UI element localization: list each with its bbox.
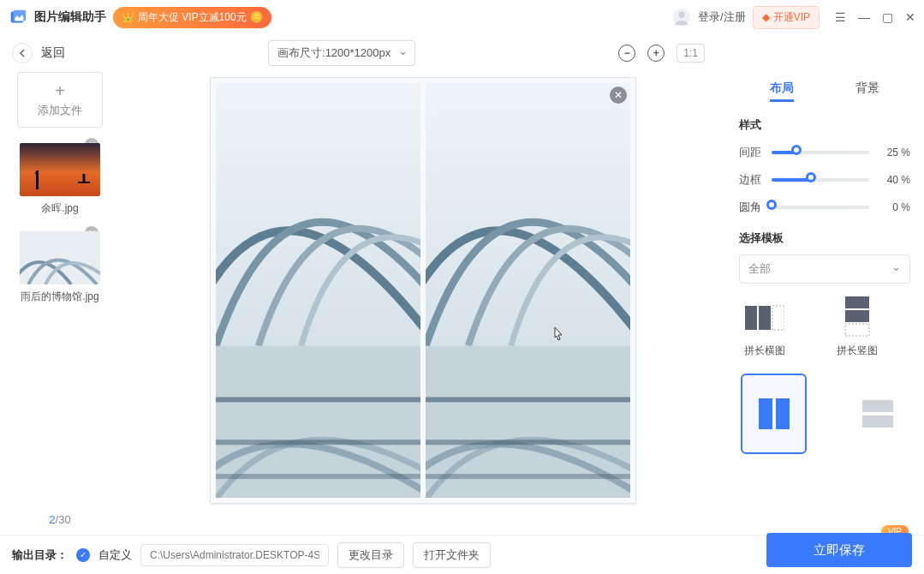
- avatar-icon[interactable]: [672, 8, 691, 27]
- svg-rect-12: [426, 397, 630, 402]
- svg-rect-16: [759, 306, 771, 330]
- template-row-strip: 拼长横图 拼长竖图: [739, 301, 910, 358]
- radius-slider[interactable]: 圆角 0 %: [739, 200, 910, 215]
- slider-track[interactable]: [772, 178, 869, 182]
- slider-value: 40 %: [876, 174, 910, 186]
- login-link[interactable]: 登录/注册: [698, 9, 746, 25]
- title-bar: 图片编辑助手 👑 周年大促 VIP立减100元 🪙 登录/注册 ◆ 开通VIP …: [0, 0, 924, 34]
- add-file-button[interactable]: + 添加文件: [17, 72, 103, 128]
- ratio-button[interactable]: 1:1: [677, 44, 705, 63]
- pointer-cursor-icon: [551, 326, 565, 344]
- canvas-pane-left[interactable]: [216, 83, 420, 498]
- svg-point-3: [678, 12, 684, 18]
- app-title: 图片编辑助手: [34, 9, 106, 25]
- main-area: + 添加文件 ✕ 余晖.jpg ✕ 雨后的博物馆.jpg 2/30: [0, 72, 924, 535]
- app-logo-icon: [9, 8, 27, 27]
- canvas-pane-right[interactable]: [426, 83, 630, 498]
- tab-background[interactable]: 背景: [855, 77, 879, 102]
- promo-text: 周年大促 VIP立减100元: [138, 10, 247, 25]
- thumbnail-label: 余晖.jpg: [20, 201, 100, 216]
- open-vip-button[interactable]: ◆ 开通VIP: [753, 6, 820, 29]
- svg-rect-20: [845, 324, 869, 336]
- slider-label: 间距: [739, 145, 765, 160]
- plus-icon: +: [55, 81, 65, 101]
- file-sidebar: + 添加文件 ✕ 余晖.jpg ✕ 雨后的博物馆.jpg 2/30: [0, 72, 120, 535]
- counter-current: 2: [49, 513, 55, 526]
- slider-label: 边框: [739, 172, 765, 188]
- svg-rect-17: [772, 306, 784, 330]
- template-label: 拼长竖图: [837, 344, 878, 358]
- svg-rect-9: [216, 474, 420, 479]
- slider-track[interactable]: [772, 206, 869, 209]
- svg-rect-21: [759, 398, 772, 429]
- template-2row[interactable]: [844, 374, 910, 454]
- svg-rect-14: [426, 474, 630, 479]
- svg-rect-23: [862, 400, 893, 412]
- close-icon[interactable]: ✕: [905, 10, 915, 24]
- svg-rect-15: [745, 306, 757, 330]
- coin-icon: 🪙: [250, 11, 263, 23]
- zoom-out-button[interactable]: −: [618, 45, 635, 62]
- output-dir-label: 输出目录：: [12, 547, 68, 563]
- check-icon[interactable]: ✓: [76, 548, 90, 562]
- promo-badge[interactable]: 👑 周年大促 VIP立减100元 🪙: [113, 7, 271, 28]
- vip-button-label: 开通VIP: [773, 10, 810, 25]
- maximize-icon[interactable]: ▢: [882, 10, 893, 24]
- svg-rect-8: [216, 439, 420, 445]
- back-button[interactable]: [12, 43, 33, 63]
- counter-total: /30: [56, 513, 71, 526]
- canvas-area: ✕: [120, 72, 725, 535]
- svg-rect-22: [776, 398, 790, 429]
- canvas-size-select[interactable]: 画布尺寸:1200*1200px: [268, 40, 415, 66]
- border-slider[interactable]: 边框 40 %: [739, 172, 910, 188]
- open-folder-button[interactable]: 打开文件夹: [413, 542, 491, 568]
- change-dir-button[interactable]: 更改目录: [337, 542, 404, 568]
- menu-icon[interactable]: ☰: [835, 10, 846, 24]
- slider-value: 25 %: [876, 146, 910, 158]
- slider-track[interactable]: [772, 151, 869, 154]
- window-controls: ☰ — ▢ ✕: [835, 10, 915, 24]
- svg-rect-7: [216, 397, 420, 402]
- template-vertical-strip[interactable]: 拼长竖图: [837, 301, 878, 358]
- zoom-in-button[interactable]: +: [647, 45, 665, 62]
- back-label[interactable]: 返回: [41, 45, 65, 61]
- vip-crown-icon: 👑: [122, 11, 134, 23]
- remove-pane-icon[interactable]: ✕: [610, 87, 627, 104]
- style-section-title: 样式: [739, 117, 910, 133]
- custom-label: 自定义: [98, 547, 132, 563]
- thumbnail-label: 雨后的博物馆.jpg: [20, 290, 100, 304]
- right-panel: 布局 背景 样式 间距 25 % 边框 40 % 圆角 0 % 选择模板 全部: [725, 72, 924, 535]
- slider-value: 0 %: [876, 201, 910, 213]
- top-controls: 返回 画布尺寸:1200*1200px − + 1:1: [0, 34, 924, 72]
- svg-rect-18: [845, 296, 869, 308]
- svg-rect-13: [426, 439, 630, 445]
- slider-label: 圆角: [739, 200, 765, 215]
- tab-layout[interactable]: 布局: [770, 77, 794, 102]
- template-filter-select[interactable]: 全部: [739, 254, 910, 284]
- file-counter: 2/30: [49, 513, 70, 526]
- template-section-title: 选择模板: [739, 230, 910, 246]
- spacing-slider[interactable]: 间距 25 %: [739, 145, 910, 160]
- template-2col[interactable]: [741, 374, 807, 454]
- thumbnail-item[interactable]: ✕ 雨后的博物馆.jpg: [20, 231, 100, 304]
- thumbnail-item[interactable]: ✕ 余晖.jpg: [20, 143, 100, 216]
- add-file-label: 添加文件: [38, 103, 82, 118]
- output-path-input[interactable]: [140, 544, 329, 566]
- svg-rect-19: [845, 310, 869, 322]
- save-button[interactable]: 立即保存: [766, 533, 912, 567]
- panel-tabs: 布局 背景: [739, 77, 910, 102]
- svg-rect-24: [862, 416, 893, 428]
- template-row-layouts: [739, 374, 910, 454]
- canvas-frame[interactable]: ✕: [210, 77, 636, 504]
- template-horizontal-strip[interactable]: 拼长横图: [744, 301, 785, 358]
- template-label: 拼长横图: [744, 344, 785, 358]
- diamond-icon: ◆: [762, 11, 770, 23]
- minimize-icon[interactable]: —: [858, 10, 870, 24]
- thumbnail-image-museum: [20, 231, 100, 284]
- thumbnail-image-sunset: [20, 143, 100, 196]
- chevron-left-icon: [18, 49, 27, 57]
